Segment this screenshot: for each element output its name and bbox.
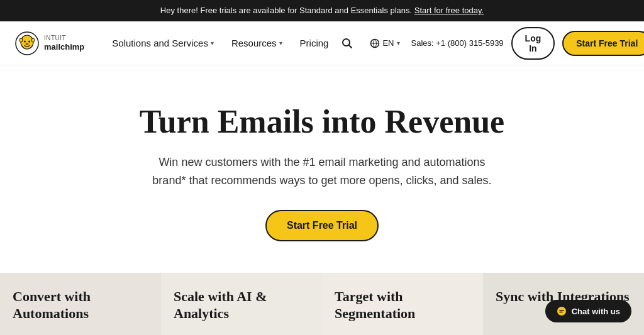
language-label: EN (382, 38, 394, 48)
nav-trial-button[interactable]: Start Free Trial (562, 31, 644, 56)
logo-text: INTUIT mailchimp (44, 35, 84, 52)
search-icon (341, 37, 353, 50)
hero-trial-button[interactable]: Start Free Trial (265, 210, 379, 241)
svg-point-4 (24, 40, 26, 42)
hero-subtext: Win new customers with the #1 email mark… (146, 153, 498, 190)
nav-item-solutions[interactable]: Solutions and Services ▾ (104, 33, 221, 53)
feature-card-title: Scale with AI & Analytics (174, 288, 309, 322)
feature-card-title: Target with Segmentation (335, 288, 470, 322)
nav-item-pricing[interactable]: Pricing (292, 33, 336, 53)
logo[interactable]: INTUIT mailchimp (15, 31, 84, 55)
svg-point-2 (19, 38, 23, 42)
chevron-down-icon: ▾ (279, 40, 282, 47)
announcement-bar: Hey there! Free trials are available for… (0, 0, 644, 21)
chat-button[interactable]: Chat with us (545, 300, 631, 322)
svg-point-5 (28, 40, 30, 42)
sales-number: Sales: +1 (800) 315-5939 (411, 38, 504, 48)
nav-item-resources[interactable]: Resources ▾ (224, 33, 290, 53)
announcement-text: Hey there! Free trials are available for… (160, 6, 412, 15)
announcement-link[interactable]: Start for free today. (414, 6, 484, 15)
search-button[interactable] (336, 32, 358, 55)
feature-card-title: Convert with Automations (13, 288, 148, 322)
svg-point-1 (21, 35, 33, 49)
chevron-down-icon: ▾ (211, 40, 214, 47)
chat-label: Chat with us (572, 307, 620, 316)
nav-actions: EN ▾ Sales: +1 (800) 315-5939 Log In Sta… (336, 27, 644, 60)
chat-icon (557, 306, 567, 316)
login-button[interactable]: Log In (511, 27, 555, 60)
svg-point-3 (31, 38, 35, 42)
chevron-down-icon: ▾ (397, 40, 400, 47)
language-selector[interactable]: EN ▾ (366, 36, 403, 51)
globe-icon (370, 38, 380, 48)
svg-point-9 (557, 307, 566, 316)
hero-section: Turn Emails into Revenue Win new custome… (0, 65, 644, 272)
feature-card-ai[interactable]: Scale with AI & Analytics (161, 273, 322, 335)
main-nav: INTUIT mailchimp Solutions and Services … (0, 21, 644, 65)
svg-point-6 (26, 43, 28, 44)
hero-heading: Turn Emails into Revenue (13, 103, 631, 141)
nav-links: Solutions and Services ▾ Resources ▾ Pri… (104, 33, 336, 53)
feature-card-segmentation[interactable]: Target with Segmentation (322, 273, 483, 335)
mailchimp-logo-icon (15, 31, 39, 55)
feature-card-automations[interactable]: Convert with Automations (0, 273, 161, 335)
